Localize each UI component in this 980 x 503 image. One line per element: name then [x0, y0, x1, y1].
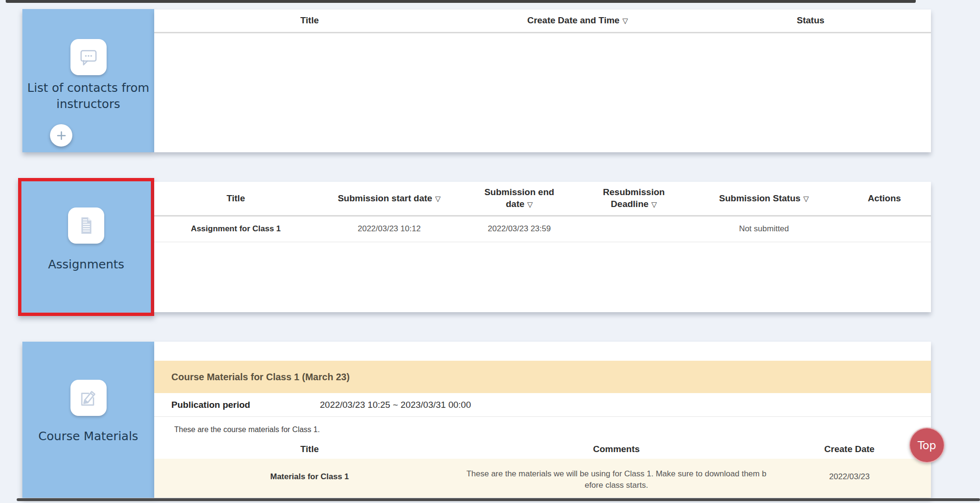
material-item-title[interactable]: Course Materials for Class 1 (March 23): [154, 361, 931, 393]
chat-bubble-icon: [70, 39, 107, 75]
sidebar-tile-contacts-label: List of contacts from instructors: [22, 80, 154, 112]
assignments-table: Title Submission start date▽ Submission …: [154, 182, 931, 242]
material-description: These are the course materials for Class…: [154, 417, 931, 440]
assignments-header-row: Title Submission start date▽ Submission …: [154, 182, 931, 216]
sort-down-icon[interactable]: ▽: [527, 200, 533, 208]
material-create-date: 2022/03/23: [768, 459, 931, 498]
publication-period-row: Publication period 2022/03/23 10:25 ~ 20…: [154, 393, 931, 417]
assignments-col-title: Title: [154, 182, 317, 216]
sidebar-tile-contacts[interactable]: List of contacts from instructors: [22, 9, 154, 152]
assignments-col-resubmission[interactable]: Resubmission Deadline▽: [577, 182, 690, 216]
assignment-actions: [838, 216, 931, 242]
assignments-col-start[interactable]: Submission start date▽: [317, 182, 461, 216]
materials-col-create-date: Create Date: [768, 440, 931, 459]
sort-down-icon[interactable]: ▽: [435, 195, 441, 203]
card-spacer: [154, 342, 931, 361]
assignments-col-actions: Actions: [838, 182, 931, 216]
contacts-header-row: Title Create Date and Time▽ Status: [154, 10, 931, 32]
sort-down-icon[interactable]: ▽: [652, 200, 657, 208]
sidebar-tile-course-materials-label: Course Materials: [22, 428, 154, 444]
assignment-title[interactable]: Assignment for Class 1: [154, 216, 317, 242]
contacts-col-create-date[interactable]: Create Date and Time▽: [465, 10, 690, 32]
materials-col-comments: Comments: [465, 440, 768, 459]
contacts-col-title: Title: [154, 10, 465, 32]
document-icon: [68, 207, 104, 244]
sidebar-tile-assignments-label: Assignments: [21, 256, 151, 273]
publication-period-label: Publication period: [171, 393, 250, 417]
top-edge-strip: [6, 0, 916, 3]
assignment-end-date: 2022/03/23 23:59: [461, 216, 578, 242]
contacts-col-status: Status: [690, 10, 931, 32]
publication-period-value: 2022/03/23 10:25 ~ 2023/03/31 00:00: [320, 393, 471, 417]
bottom-edge-strip: [17, 498, 980, 501]
assignment-row[interactable]: Assignment for Class 1 2022/03/23 10:12 …: [154, 216, 931, 242]
assignment-status: Not submitted: [690, 216, 838, 242]
material-row[interactable]: Materials for Class 1 These are the mate…: [154, 459, 931, 498]
materials-table: Title Comments Create Date Materials for…: [154, 440, 931, 498]
material-title[interactable]: Materials for Class 1: [154, 459, 465, 498]
assignments-col-end[interactable]: Submission end date▽: [461, 182, 578, 216]
scroll-to-top-button[interactable]: Top: [909, 427, 945, 463]
materials-col-title: Title: [154, 440, 465, 459]
page: List of contacts from instructors Title …: [0, 0, 980, 503]
course-materials-card: Course Materials for Class 1 (March 23) …: [154, 342, 931, 498]
sidebar-tile-course-materials[interactable]: Course Materials: [22, 342, 154, 498]
assignments-card: Title Submission start date▽ Submission …: [154, 182, 931, 312]
contacts-table: Title Create Date and Time▽ Status: [154, 10, 931, 33]
material-comments: These are the materials we will be using…: [465, 459, 768, 498]
contacts-card: Title Create Date and Time▽ Status: [154, 10, 931, 152]
assignment-resubmission-deadline: [577, 216, 690, 242]
sidebar-tile-assignments[interactable]: Assignments: [18, 178, 154, 316]
materials-header-row: Title Comments Create Date: [154, 440, 931, 459]
plus-icon: [53, 127, 70, 144]
assignments-col-status[interactable]: Submission Status▽: [690, 182, 838, 216]
edit-pencil-icon: [70, 380, 107, 416]
sort-down-icon[interactable]: ▽: [803, 195, 809, 203]
assignment-start-date: 2022/03/23 10:12: [317, 216, 461, 242]
add-contact-button[interactable]: [50, 124, 72, 147]
sort-down-icon[interactable]: ▽: [623, 17, 628, 25]
